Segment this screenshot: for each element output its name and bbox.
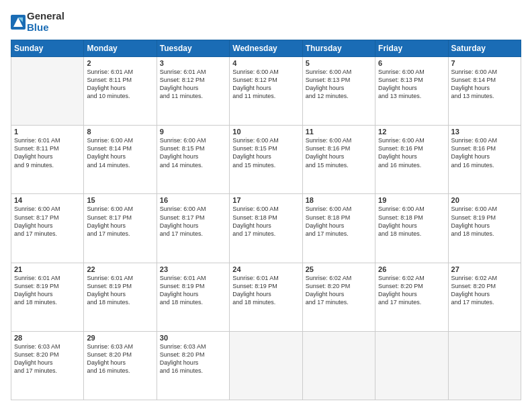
- day-info: Sunrise: 6:01 AMSunset: 8:19 PMDaylight …: [14, 274, 81, 307]
- calendar-cell: 18Sunrise: 6:00 AMSunset: 8:18 PMDayligh…: [302, 194, 375, 263]
- daylight-label: Daylight hours: [87, 222, 126, 229]
- sunrise-text: Sunrise: 6:01 AM: [14, 275, 60, 281]
- daylight-label: Daylight hours: [306, 291, 345, 298]
- weekday-header-row: SundayMondayTuesdayWednesdayThursdayFrid…: [11, 40, 521, 57]
- calendar-cell: 24Sunrise: 6:01 AMSunset: 8:19 PMDayligh…: [230, 263, 302, 331]
- calendar-cell: 1Sunrise: 6:01 AMSunset: 8:11 PMDaylight…: [11, 126, 84, 194]
- calendar-cell: [448, 331, 521, 400]
- sunset-text: Sunset: 8:19 PM: [160, 283, 205, 289]
- sunrise-text: Sunrise: 6:00 AM: [306, 205, 352, 212]
- sunrise-text: Sunrise: 6:00 AM: [232, 205, 279, 212]
- day-info: Sunrise: 6:00 AMSunset: 8:13 PMDaylight …: [378, 68, 445, 101]
- daylight-duration: and 17 minutes.: [87, 230, 130, 237]
- day-info: Sunrise: 6:00 AMSunset: 8:15 PMDaylight …: [160, 136, 226, 169]
- sunrise-text: Sunrise: 6:00 AM: [451, 68, 498, 75]
- calendar-cell: 25Sunrise: 6:02 AMSunset: 8:20 PMDayligh…: [302, 263, 375, 331]
- sunset-text: Sunset: 8:11 PM: [87, 77, 132, 83]
- daylight-label: Daylight hours: [14, 291, 53, 298]
- daylight-duration: and 16 minutes.: [160, 367, 203, 374]
- header: General Blue: [11, 11, 521, 33]
- day-info: Sunrise: 6:00 AMSunset: 8:13 PMDaylight …: [306, 68, 372, 101]
- daylight-label: Daylight hours: [87, 359, 126, 366]
- daylight-label: Daylight hours: [451, 85, 490, 91]
- day-number: 28: [14, 334, 81, 342]
- calendar-week-1: 1Sunrise: 6:01 AMSunset: 8:11 PMDaylight…: [11, 126, 521, 194]
- day-number: 22: [87, 265, 153, 273]
- daylight-label: Daylight hours: [451, 291, 490, 298]
- day-number: 14: [14, 196, 81, 204]
- day-number: 16: [160, 196, 226, 204]
- calendar-cell: 3Sunrise: 6:01 AMSunset: 8:12 PMDaylight…: [157, 57, 229, 126]
- calendar-cell: 21Sunrise: 6:01 AMSunset: 8:19 PMDayligh…: [11, 263, 84, 331]
- sunset-text: Sunset: 8:19 PM: [451, 214, 496, 221]
- day-number: 19: [378, 196, 445, 204]
- sunrise-text: Sunrise: 6:03 AM: [160, 343, 206, 350]
- day-number: 10: [232, 128, 299, 136]
- logo-text: General Blue: [27, 11, 64, 33]
- calendar-cell: 12Sunrise: 6:00 AMSunset: 8:16 PMDayligh…: [375, 126, 448, 194]
- day-number: 23: [160, 265, 226, 273]
- sunrise-text: Sunrise: 6:00 AM: [14, 205, 60, 212]
- daylight-duration: and 17 minutes.: [14, 367, 57, 374]
- weekday-header-tuesday: Tuesday: [157, 40, 229, 57]
- sunrise-text: Sunrise: 6:01 AM: [160, 68, 206, 75]
- sunset-text: Sunset: 8:18 PM: [378, 214, 423, 221]
- sunrise-text: Sunrise: 6:00 AM: [378, 205, 425, 212]
- calendar-cell: [302, 331, 375, 400]
- day-info: Sunrise: 6:00 AMSunset: 8:15 PMDaylight …: [232, 136, 299, 169]
- calendar-cell: 9Sunrise: 6:00 AMSunset: 8:15 PMDaylight…: [157, 126, 229, 194]
- sunrise-text: Sunrise: 6:00 AM: [306, 68, 352, 75]
- daylight-duration: and 10 minutes.: [87, 93, 130, 99]
- calendar-cell: 17Sunrise: 6:00 AMSunset: 8:18 PMDayligh…: [230, 194, 302, 263]
- calendar-cell: 10Sunrise: 6:00 AMSunset: 8:15 PMDayligh…: [230, 126, 302, 194]
- sunset-text: Sunset: 8:17 PM: [14, 214, 59, 221]
- sunset-text: Sunset: 8:14 PM: [87, 145, 132, 152]
- logo-line1: General: [27, 11, 64, 22]
- daylight-duration: and 15 minutes.: [232, 162, 275, 169]
- sunset-text: Sunset: 8:16 PM: [451, 145, 496, 152]
- daylight-duration: and 17 minutes.: [378, 299, 421, 306]
- daylight-label: Daylight hours: [378, 153, 417, 160]
- sunset-text: Sunset: 8:15 PM: [160, 145, 205, 152]
- calendar-cell: 7Sunrise: 6:00 AMSunset: 8:14 PMDaylight…: [448, 57, 521, 126]
- day-number: 29: [87, 334, 153, 342]
- sunset-text: Sunset: 8:20 PM: [160, 351, 205, 358]
- day-number: 1: [14, 128, 81, 136]
- daylight-label: Daylight hours: [306, 222, 345, 229]
- daylight-duration: and 16 minutes.: [87, 367, 130, 374]
- day-number: 17: [232, 196, 299, 204]
- sunrise-text: Sunrise: 6:03 AM: [14, 343, 60, 350]
- sunrise-text: Sunrise: 6:02 AM: [451, 275, 498, 281]
- daylight-duration: and 17 minutes.: [232, 230, 275, 237]
- daylight-label: Daylight hours: [306, 85, 345, 91]
- daylight-duration: and 18 minutes.: [160, 299, 203, 306]
- daylight-label: Daylight hours: [160, 153, 199, 160]
- day-number: 15: [87, 196, 153, 204]
- logo-line2: Blue: [27, 22, 64, 34]
- day-number: 8: [87, 128, 153, 136]
- calendar-table: SundayMondayTuesdayWednesdayThursdayFrid…: [11, 40, 521, 400]
- daylight-duration: and 15 minutes.: [306, 162, 349, 169]
- logo-icon: [11, 15, 26, 30]
- day-number: 3: [160, 59, 226, 67]
- sunrise-text: Sunrise: 6:01 AM: [87, 68, 133, 75]
- day-number: 26: [378, 265, 445, 273]
- daylight-label: Daylight hours: [160, 291, 199, 298]
- calendar-week-0: 2Sunrise: 6:01 AMSunset: 8:11 PMDaylight…: [11, 57, 521, 126]
- calendar-cell: 19Sunrise: 6:00 AMSunset: 8:18 PMDayligh…: [375, 194, 448, 263]
- calendar-cell: 2Sunrise: 6:01 AMSunset: 8:11 PMDaylight…: [84, 57, 157, 126]
- daylight-label: Daylight hours: [14, 222, 53, 229]
- weekday-header-saturday: Saturday: [448, 40, 521, 57]
- day-info: Sunrise: 6:03 AMSunset: 8:20 PMDaylight …: [87, 342, 153, 375]
- day-info: Sunrise: 6:00 AMSunset: 8:14 PMDaylight …: [451, 68, 518, 101]
- daylight-label: Daylight hours: [306, 153, 345, 160]
- sunrise-text: Sunrise: 6:00 AM: [160, 205, 206, 212]
- daylight-duration: and 14 minutes.: [87, 162, 130, 169]
- day-info: Sunrise: 6:00 AMSunset: 8:16 PMDaylight …: [378, 136, 445, 169]
- sunset-text: Sunset: 8:12 PM: [232, 77, 277, 83]
- calendar-cell: 29Sunrise: 6:03 AMSunset: 8:20 PMDayligh…: [84, 331, 157, 400]
- sunset-text: Sunset: 8:14 PM: [451, 77, 496, 83]
- day-number: 13: [451, 128, 518, 136]
- sunset-text: Sunset: 8:15 PM: [232, 145, 277, 152]
- calendar-cell: 13Sunrise: 6:00 AMSunset: 8:16 PMDayligh…: [448, 126, 521, 194]
